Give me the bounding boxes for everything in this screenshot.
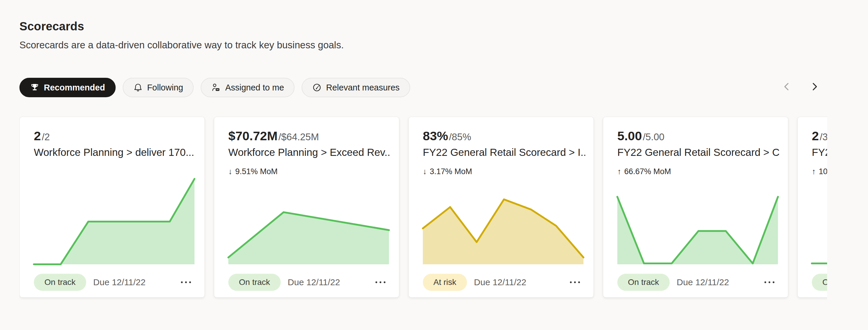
status-badge: On track (617, 274, 670, 291)
card-value-target: /5.00 (643, 131, 664, 143)
status-badge: On track (228, 274, 281, 291)
filter-pill-following[interactable]: Following (123, 78, 194, 97)
due-date: Due 12/11/22 (288, 277, 340, 287)
card-value-primary: 5.00 (617, 129, 642, 143)
arrow-down-icon: ↓ (423, 167, 427, 176)
card-title: Workforce Planning > deliver 170... (34, 146, 196, 158)
more-options-button[interactable] (179, 278, 193, 286)
mom-change: ↓ 3.17% MoM (423, 167, 472, 176)
card-value-primary: 2 (34, 129, 41, 143)
person-badge-icon (211, 83, 221, 92)
status-badge: On track (812, 274, 827, 291)
filter-pill-label: Recommended (44, 83, 105, 92)
card-value-target: /85% (449, 131, 471, 143)
carousel-prev-button[interactable] (779, 79, 795, 94)
card-value-primary: 83% (423, 129, 448, 143)
page-title: Scorecards (20, 20, 84, 33)
due-date: Due 12/11/22 (677, 277, 729, 287)
arrow-down-icon: ↓ (228, 167, 232, 176)
card-value-primary: 2 (812, 129, 819, 143)
trophy-icon (30, 83, 39, 92)
scorecard-card[interactable]: 2 /2 Workforce Planning > deliver 170...… (20, 117, 205, 298)
card-value-target: /2 (42, 131, 50, 143)
card-value: 2 /2 (34, 129, 50, 143)
sparkline-chart (617, 179, 778, 264)
card-footer: At risk Due 12/11/22 (423, 274, 582, 291)
scorecard-card[interactable]: 5.00 /5.00 FY22 General Retail Scorecard… (603, 117, 788, 298)
due-date: Due 12/11/22 (474, 277, 526, 287)
mom-change: ↑ 100 (812, 167, 827, 176)
filter-pill-recommended[interactable]: Recommended (20, 78, 116, 97)
card-value: 5.00 /5.00 (617, 129, 664, 143)
mom-change: ↓ 9.51% MoM (228, 167, 278, 176)
card-footer: On track (812, 274, 827, 291)
scorecard-card[interactable]: 2 /3 FY22 ↑ 100 On track (797, 117, 827, 298)
filter-pill-label: Relevant measures (326, 83, 400, 92)
due-date: Due 12/11/22 (93, 277, 146, 287)
sparkline-chart (228, 179, 389, 264)
card-value: 2 /3 (812, 129, 827, 143)
card-value-primary: $70.72M (228, 129, 277, 143)
carousel-next-button[interactable] (807, 79, 822, 94)
sparkline-chart (423, 179, 584, 264)
card-footer: On track Due 12/11/22 (34, 274, 193, 291)
card-footer: On track Due 12/11/22 (617, 274, 776, 291)
card-title: FY22 General Retail Scorecard > C... (617, 146, 780, 158)
card-title: Workforce Planning > Exceed Rev... (228, 146, 391, 158)
card-title: FY22 General Retail Scorecard > I... (423, 146, 585, 158)
sparkline-chart (34, 179, 194, 264)
sparkline-chart (812, 179, 827, 264)
status-badge: At risk (423, 274, 467, 291)
arrow-up-icon: ↑ (617, 167, 621, 176)
scorecard-card[interactable]: $70.72M /$64.25M Workforce Planning > Ex… (214, 117, 399, 298)
chevron-right-icon (809, 81, 820, 92)
card-footer: On track Due 12/11/22 (228, 274, 387, 291)
card-value: 83% /85% (423, 129, 471, 143)
more-options-icon (181, 281, 183, 283)
more-options-icon (570, 281, 572, 283)
scorecard-carousel: 2 /2 Workforce Planning > deliver 170...… (20, 117, 827, 300)
status-badge: On track (34, 274, 86, 291)
mom-change-label: 66.67% MoM (624, 167, 671, 176)
more-options-button[interactable] (763, 278, 776, 286)
more-options-icon (765, 281, 766, 283)
card-value-target: /$64.25M (278, 131, 319, 143)
more-options-button[interactable] (374, 278, 387, 286)
bell-icon (133, 83, 143, 92)
scorecard-card[interactable]: 83% /85% FY22 General Retail Scorecard >… (408, 117, 594, 298)
more-options-icon (375, 281, 377, 283)
filter-pill-relevant-measures[interactable]: Relevant measures (302, 78, 410, 97)
filter-pill-label: Assigned to me (225, 83, 284, 92)
mom-change-label: 100 (819, 167, 827, 176)
chevron-left-icon (781, 81, 793, 92)
more-options-button[interactable] (568, 278, 582, 286)
card-value: $70.72M /$64.25M (228, 129, 319, 143)
filter-pill-row: Recommended Following Assigned to me (20, 78, 410, 97)
mom-change-label: 3.17% MoM (430, 167, 472, 176)
filter-pill-assigned-to-me[interactable]: Assigned to me (201, 78, 294, 97)
mom-change: ↑ 66.67% MoM (617, 167, 671, 176)
mom-change-label: 9.51% MoM (236, 167, 278, 176)
filter-pill-label: Following (147, 83, 183, 92)
card-title: FY22 (812, 146, 827, 158)
arrow-up-icon: ↑ (812, 167, 816, 176)
page-subtitle: Scorecards are a data-driven collaborati… (20, 39, 344, 51)
gauge-icon (312, 83, 321, 92)
card-value-target: /3 (820, 131, 827, 143)
